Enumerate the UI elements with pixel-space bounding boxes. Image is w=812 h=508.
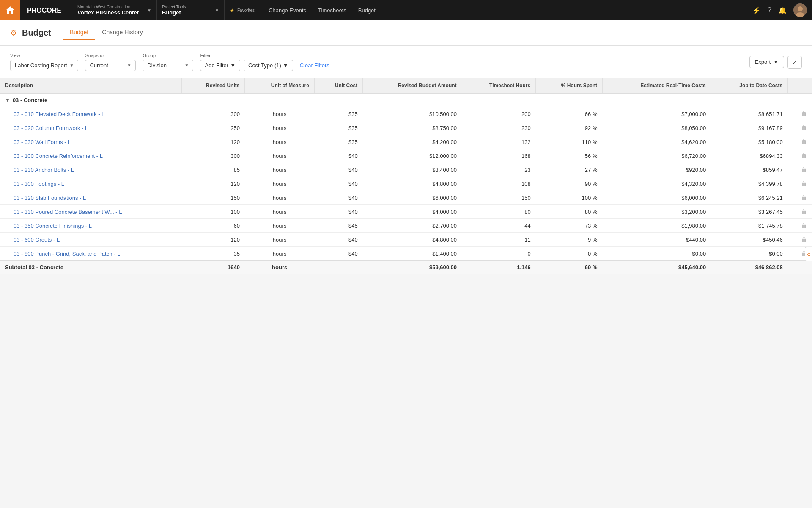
sidebar-collapse-handle[interactable]: « [805,247,812,261]
export-label: Export [755,59,771,65]
top-nav: PROCORE Mountain West Construction Vorte… [0,0,812,20]
cell-delete[interactable]: 🗑 [788,121,812,135]
cell-uom: hours [245,149,314,163]
subtotal-revised-units: 1640 [182,261,245,274]
cell-revised-units: 250 [182,121,245,135]
cell-timesheet-hours: 108 [462,177,536,191]
cost-type-filter[interactable]: Cost Type (1) ▼ [244,60,293,71]
cell-timesheet-hours: 11 [462,233,536,247]
cell-pct-hours: 90 % [536,177,603,191]
table-row: 03 - 330 Poured Concrete Basement W... -… [0,205,812,219]
delete-icon[interactable]: 🗑 [801,124,807,131]
subtotal-row: Subtotal 03 - Concrete 1640 hours $59,60… [0,261,812,274]
cell-pct-hours: 56 % [536,149,603,163]
favorites-label: Favorites [237,8,255,13]
delete-icon[interactable]: 🗑 [801,208,807,215]
cell-timesheet-hours: 132 [462,135,536,149]
cell-delete[interactable]: 🗑 [788,149,812,163]
project-chevron-icon: ▼ [147,8,151,13]
cell-unit-cost: $40 [314,233,362,247]
company-name: Mountain West Construction [77,5,144,9]
favorites-section: ★ Favorites [225,0,260,20]
cell-timesheet-hours: 23 [462,163,536,177]
delete-icon[interactable]: 🗑 [801,180,807,187]
view-select[interactable]: Labor Costing Report ▼ [10,60,78,71]
cell-jtd-costs: $5,180.00 [711,135,788,149]
cell-revised-budget: $3,400.00 [363,163,462,177]
cell-delete[interactable]: 🗑 [788,107,812,121]
subtotal-timesheet-hours: 1,146 [462,261,536,274]
cell-pct-hours: 80 % [536,205,603,219]
snapshot-select[interactable]: Current ▼ [85,60,136,71]
tab-change-history[interactable]: Change History [95,25,150,40]
cell-est-realtime: $6,720.00 [602,149,711,163]
cell-delete[interactable]: 🗑 [788,163,812,177]
cell-timesheet-hours: 230 [462,121,536,135]
cell-est-realtime: $7,000.00 [602,107,711,121]
cell-delete[interactable]: 🗑 [788,135,812,149]
home-icon [5,5,15,15]
delete-icon[interactable]: 🗑 [801,110,807,117]
tab-budget[interactable]: Budget [63,25,95,40]
cell-pct-hours: 100 % [536,191,603,205]
cost-type-label: Cost Type (1) [248,62,281,69]
col-actions [788,78,812,93]
plug-icon[interactable]: ⚡ [752,6,761,14]
cell-delete[interactable]: 🗑 [788,177,812,191]
home-button[interactable] [0,0,20,20]
project-selector[interactable]: Mountain West Construction Vortex Busine… [72,0,157,20]
cell-delete[interactable]: 🗑 [788,219,812,233]
delete-icon[interactable]: 🗑 [801,222,807,229]
cell-delete[interactable]: 🗑 [788,205,812,219]
cell-uom: hours [245,247,314,261]
cell-unit-cost: $40 [314,205,362,219]
cell-timesheet-hours: 150 [462,191,536,205]
cell-jtd-costs: $9,167.89 [711,121,788,135]
cell-uom: hours [245,219,314,233]
page-header: ⚙ Budget Budget Change History [0,20,812,46]
nav-link-budget[interactable]: Budget [353,5,381,16]
budget-table: Description Revised Units Unit of Measur… [0,78,812,274]
cell-revised-units: 120 [182,233,245,247]
cell-delete[interactable]: 🗑 [788,233,812,247]
group-select[interactable]: Division ▼ [143,60,193,71]
add-filter-button[interactable]: Add Filter ▼ [200,60,240,71]
avatar-image [793,3,807,17]
cell-desc: 03 - 600 Grouts - L [0,233,182,247]
bell-icon[interactable]: 🔔 [778,6,787,14]
toolbar: View Labor Costing Report ▼ Snapshot Cur… [0,46,812,78]
tools-selector[interactable]: Project Tools Budget ▼ [157,0,225,20]
cell-jtd-costs: $450.46 [711,233,788,247]
cell-timesheet-hours: 80 [462,205,536,219]
cell-revised-budget: $1,400.00 [363,247,462,261]
fullscreen-button[interactable]: ⤢ [787,56,802,69]
delete-icon[interactable]: 🗑 [801,236,807,243]
cell-pct-hours: 9 % [536,233,603,247]
subtotal-pct-hours: 69 % [536,261,603,274]
view-group: View Labor Costing Report ▼ [10,53,78,71]
cell-timesheet-hours: 168 [462,149,536,163]
cell-jtd-costs: $1,745.78 [711,219,788,233]
cell-unit-cost: $40 [314,191,362,205]
delete-icon[interactable]: 🗑 [801,138,807,145]
avatar[interactable] [793,3,807,17]
nav-link-change-events[interactable]: Change Events [263,5,311,16]
cell-unit-cost: $45 [314,219,362,233]
cell-uom: hours [245,177,314,191]
delete-icon[interactable]: 🗑 [801,194,807,201]
clear-filters-button[interactable]: Clear Filters [296,60,333,71]
collapse-icon[interactable]: ▼ [5,97,10,103]
help-icon[interactable]: ? [768,6,771,14]
export-button[interactable]: Export ▼ [749,56,784,68]
nav-link-timesheets[interactable]: Timesheets [313,5,351,16]
cell-revised-units: 300 [182,107,245,121]
table-row: 03 - 800 Punch - Grind, Sack, and Patch … [0,247,812,261]
procore-wordmark: PROCORE [27,6,65,14]
svg-text:PROCORE: PROCORE [27,7,61,14]
cell-delete[interactable]: 🗑 [788,191,812,205]
cell-est-realtime: $1,980.00 [602,219,711,233]
cell-revised-budget: $4,200.00 [363,135,462,149]
delete-icon[interactable]: 🗑 [801,166,807,173]
subtotal-revised-budget: $59,600.00 [363,261,462,274]
delete-icon[interactable]: 🗑 [801,152,807,159]
